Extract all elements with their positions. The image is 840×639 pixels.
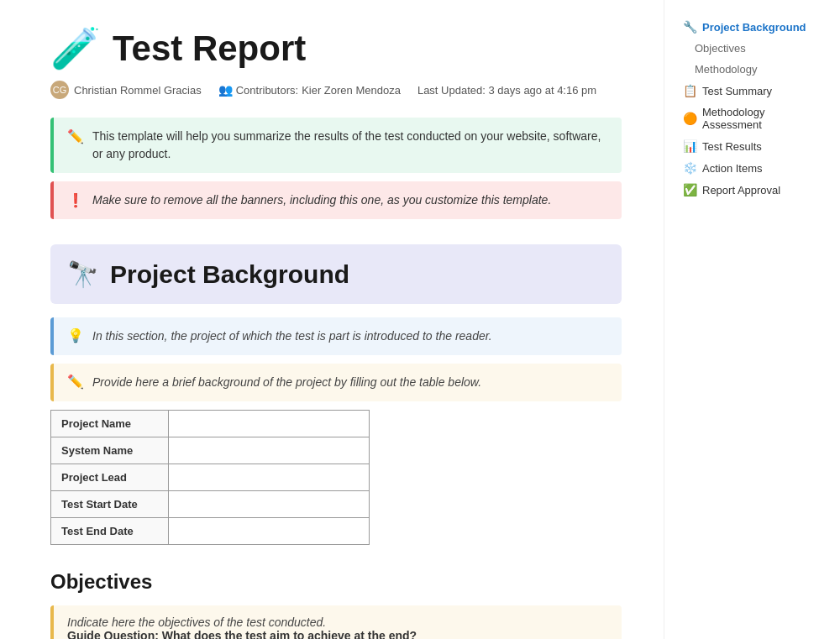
sidebar-label-report-approval: Report Approval [702, 184, 780, 196]
project-background-hint-text: Provide here a brief background of the p… [92, 374, 481, 391]
avatar: CG [50, 81, 69, 99]
contributors-icon: 👥 [218, 83, 233, 97]
info-banner-text: This template will help you summarize th… [92, 128, 608, 163]
project-background-header: 🔭 Project Background [50, 244, 622, 304]
sidebar-item-report-approval[interactable]: ✅Report Approval [678, 180, 827, 200]
table-label-cell: Project Name [51, 411, 169, 437]
sidebar-label-test-results: Test Results [702, 140, 762, 153]
table-row: System Name [51, 437, 370, 464]
contributors-names: Kier Zoren Mendoza [302, 84, 401, 97]
table-value-cell[interactable] [169, 491, 370, 518]
table-value-cell[interactable] [169, 437, 370, 464]
methodology-assessment-icon: 🟠 [683, 112, 697, 125]
page-header: 🧪 Test Report [50, 25, 622, 72]
table-value-cell[interactable] [169, 411, 370, 437]
sidebar-item-objectives[interactable]: Objectives [678, 39, 827, 58]
sidebar-label-action-items: Action Items [702, 162, 763, 175]
table-row: Test Start Date [51, 491, 370, 518]
table-label-cell: System Name [51, 437, 169, 464]
sidebar-label-objectives: Objectives [695, 42, 746, 55]
sidebar-item-test-results[interactable]: 📊Test Results [678, 136, 827, 156]
title-emoji: 🧪 [50, 25, 101, 72]
author-name: Christian Rommel Gracias [74, 84, 202, 97]
table-row: Project Name [51, 411, 370, 437]
sidebar-item-methodology[interactable]: Methodology [678, 60, 827, 79]
project-background-info: 💡 In this section, the project of which … [50, 317, 622, 355]
project-background-title: Project Background [110, 260, 349, 289]
objectives-title: Objectives [50, 570, 622, 594]
objectives-hint-box: Indicate here the objectives of the test… [50, 605, 622, 639]
table-label-cell: Project Lead [51, 464, 169, 491]
contributors-info: 👥 Contributors: Kier Zoren Mendoza [218, 83, 401, 97]
sidebar-item-test-summary[interactable]: 📋Test Summary [678, 81, 827, 101]
pencil-icon: ✏️ [67, 128, 84, 144]
project-background-info-text: In this section, the project of which th… [92, 327, 492, 345]
objectives-hint-text: Indicate here the objectives of the test… [67, 615, 608, 629]
table-label-cell: Test End Date [51, 518, 169, 545]
table-row: Test End Date [51, 518, 370, 545]
last-updated: Last Updated: 3 days ago at 4:16 pm [417, 84, 596, 97]
project-background-hint: ✏️ Provide here a brief background of th… [50, 364, 622, 401]
objectives-guide-question: Guide Question: What does the test aim t… [67, 629, 608, 639]
sidebar-item-project-background[interactable]: 🔧Project Background [678, 17, 827, 37]
page-layout: 🧪 Test Report CG Christian Rommel Gracia… [0, 0, 840, 639]
table-value-cell[interactable] [169, 518, 370, 545]
info-banner-green: ✏️ This template will help you summarize… [50, 118, 622, 173]
table-value-cell[interactable] [169, 464, 370, 491]
contributors-label: Contributors: [236, 84, 298, 97]
report-approval-icon: ✅ [683, 183, 697, 196]
edit-icon: ✏️ [67, 374, 84, 390]
action-items-icon: ❄️ [683, 161, 697, 175]
test-summary-icon: 📋 [683, 84, 697, 97]
sidebar-label-methodology-assessment: Methodology Assessment [702, 106, 822, 131]
telescope-icon: 🔭 [67, 259, 98, 289]
warning-banner-red: ❗ Make sure to remove all the banners, i… [50, 181, 622, 219]
project-background-icon: 🔧 [683, 20, 697, 34]
page-title: Test Report [113, 29, 306, 69]
sidebar-label-project-background: Project Background [702, 21, 806, 34]
sidebar: 🔧Project BackgroundObjectivesMethodology… [664, 0, 840, 639]
author-info: CG Christian Rommel Gracias [50, 81, 202, 99]
sidebar-item-methodology-assessment[interactable]: 🟠Methodology Assessment [678, 102, 827, 134]
exclamation-icon: ❗ [67, 192, 84, 208]
warning-banner-text: Make sure to remove all the banners, inc… [92, 191, 551, 209]
sidebar-label-methodology: Methodology [695, 63, 757, 76]
project-info-table: Project NameSystem NameProject LeadTest … [50, 410, 370, 545]
test-results-icon: 📊 [683, 139, 697, 153]
sidebar-item-action-items[interactable]: ❄️Action Items [678, 158, 827, 178]
lightbulb-icon: 💡 [67, 327, 84, 343]
main-content: 🧪 Test Report CG Christian Rommel Gracia… [0, 0, 655, 639]
meta-row: CG Christian Rommel Gracias 👥 Contributo… [50, 81, 622, 99]
sidebar-label-test-summary: Test Summary [702, 85, 772, 97]
table-label-cell: Test Start Date [51, 491, 169, 518]
table-row: Project Lead [51, 464, 370, 491]
